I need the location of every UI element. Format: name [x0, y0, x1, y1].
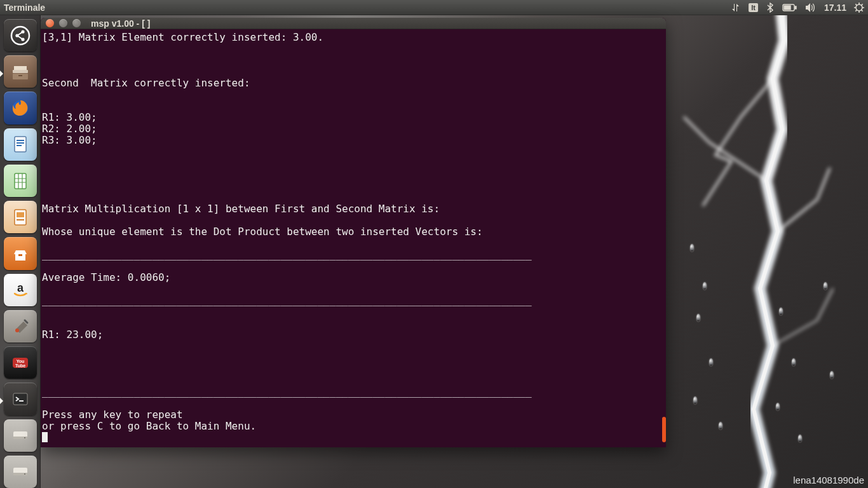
keyboard-indicator[interactable]: It [749, 3, 758, 12]
launcher-terminal[interactable] [4, 383, 37, 415]
battery-indicator[interactable] [782, 3, 797, 12]
svg-text:You: You [16, 359, 24, 363]
svg-point-24 [15, 329, 19, 332]
svg-rect-10 [18, 75, 22, 76]
sound-indicator[interactable] [805, 3, 817, 13]
network-indicator[interactable] [731, 3, 741, 13]
svg-rect-1 [795, 6, 796, 9]
launcher-firefox[interactable] [4, 92, 37, 124]
wallpaper-lightning [671, 15, 836, 488]
launcher-ubuntu-software[interactable] [4, 237, 37, 269]
launcher-files[interactable] [4, 55, 37, 88]
launcher-libreoffice-impress[interactable] [4, 201, 37, 233]
launcher-drive-1[interactable] [4, 419, 37, 452]
session-indicator[interactable] [854, 3, 864, 13]
svg-rect-20 [17, 219, 24, 220]
window-titlebar[interactable]: msp v1.00 - [ ] [41, 18, 666, 29]
keyboard-layout-label: It [749, 3, 758, 12]
launcher-libreoffice-calc[interactable] [4, 165, 37, 197]
wallpaper-watermark: lena14081990de [793, 475, 864, 485]
svg-rect-14 [17, 140, 24, 141]
launcher-libreoffice-writer[interactable] [4, 128, 37, 161]
terminal-scrollbar-thumb[interactable] [662, 417, 666, 442]
svg-rect-8 [13, 70, 28, 73]
active-app-title: Terminale [4, 3, 45, 13]
svg-rect-22 [18, 254, 22, 256]
launcher-youtube[interactable]: YouTube [4, 346, 37, 379]
svg-point-4 [11, 27, 29, 44]
terminal-output[interactable]: [3,1] Matrix Element correctly inserted:… [41, 29, 666, 447]
svg-rect-9 [13, 74, 28, 79]
launcher-drive-2[interactable] [4, 456, 37, 488]
top-panel: Terminale It 17.11 [0, 0, 868, 15]
wallpaper-rain [665, 15, 868, 488]
svg-rect-15 [17, 142, 24, 144]
svg-rect-28 [13, 393, 27, 405]
svg-rect-29 [19, 400, 24, 402]
launcher-system-settings[interactable] [4, 310, 37, 342]
window-minimize-button[interactable] [59, 19, 67, 27]
launcher-dash[interactable] [4, 19, 37, 51]
terminal-window: msp v1.00 - [ ] [3,1] Matrix Element cor… [41, 18, 666, 447]
svg-rect-2 [784, 6, 790, 10]
svg-text:a: a [17, 281, 24, 294]
window-title: msp v1.00 - [ ] [91, 18, 150, 29]
svg-text:Tube: Tube [15, 363, 25, 368]
svg-point-3 [856, 4, 862, 11]
unity-launcher: a YouTube [0, 15, 41, 488]
svg-point-35 [24, 473, 25, 475]
window-maximize-button[interactable] [72, 19, 81, 27]
bluetooth-indicator[interactable] [766, 3, 775, 13]
svg-rect-11 [14, 66, 27, 70]
launcher-amazon[interactable]: a [4, 274, 37, 306]
window-close-button[interactable] [46, 19, 54, 27]
clock[interactable]: 17.11 [824, 3, 846, 13]
svg-rect-16 [17, 145, 22, 146]
svg-point-32 [24, 437, 25, 438]
svg-rect-13 [15, 137, 26, 152]
terminal-cursor [42, 432, 48, 442]
svg-rect-17 [15, 173, 26, 189]
svg-rect-19 [17, 212, 24, 217]
